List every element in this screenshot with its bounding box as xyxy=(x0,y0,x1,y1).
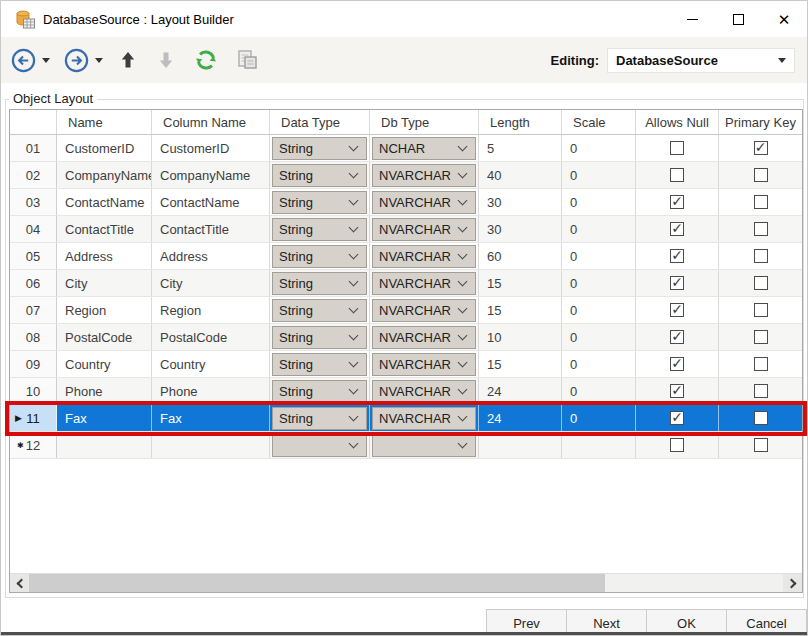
row-header-cell[interactable]: 09 xyxy=(10,351,57,377)
db-type-combobox[interactable]: NVARCHAR xyxy=(372,407,476,430)
move-up-button[interactable] xyxy=(119,50,137,70)
db-type-combobox[interactable]: NCHAR xyxy=(372,137,476,160)
length-cell[interactable]: 60 xyxy=(479,243,562,269)
allows-null-checkbox[interactable] xyxy=(670,195,684,209)
db-type-combobox[interactable]: NVARCHAR xyxy=(372,272,476,295)
name-cell[interactable] xyxy=(57,432,152,458)
scroll-left-button[interactable] xyxy=(10,574,29,592)
allows-null-checkbox[interactable] xyxy=(670,411,684,425)
column-name-cell[interactable] xyxy=(152,432,270,458)
name-cell[interactable]: Fax xyxy=(57,405,152,431)
primary-key-checkbox[interactable] xyxy=(754,276,768,290)
data-type-combobox[interactable]: String xyxy=(272,164,367,187)
scale-cell[interactable]: 0 xyxy=(562,378,636,404)
scale-cell[interactable] xyxy=(562,432,636,458)
maximize-button[interactable] xyxy=(715,1,761,37)
column-name-cell[interactable]: CustomerID xyxy=(152,135,270,161)
row-header-cell[interactable]: 02 xyxy=(10,162,57,188)
primary-key-checkbox[interactable] xyxy=(754,141,768,155)
length-cell[interactable]: 40 xyxy=(479,162,562,188)
data-type-combobox[interactable]: String xyxy=(272,245,367,268)
db-type-combobox[interactable]: NVARCHAR xyxy=(372,380,476,403)
data-type-combobox[interactable]: String xyxy=(272,299,367,322)
primary-key-checkbox[interactable] xyxy=(754,168,768,182)
minimize-button[interactable] xyxy=(669,1,715,37)
length-cell[interactable]: 5 xyxy=(479,135,562,161)
back-dropdown-caret-icon[interactable] xyxy=(42,58,50,63)
name-cell[interactable]: Phone xyxy=(57,378,152,404)
db-type-combobox[interactable]: NVARCHAR xyxy=(372,326,476,349)
scale-cell[interactable]: 0 xyxy=(562,135,636,161)
db-type-combobox[interactable]: NVARCHAR xyxy=(372,299,476,322)
scale-cell[interactable]: 0 xyxy=(562,189,636,215)
length-cell[interactable]: 30 xyxy=(479,216,562,242)
column-name-cell[interactable]: Address xyxy=(152,243,270,269)
column-name-cell[interactable]: Region xyxy=(152,297,270,323)
scale-cell[interactable]: 0 xyxy=(562,162,636,188)
scale-cell[interactable]: 0 xyxy=(562,297,636,323)
column-name-cell[interactable]: Phone xyxy=(152,378,270,404)
row-header-cell[interactable]: 05 xyxy=(10,243,57,269)
forward-dropdown-caret-icon[interactable] xyxy=(95,58,103,63)
length-cell[interactable]: 10 xyxy=(479,324,562,350)
data-type-combobox[interactable]: String xyxy=(272,272,367,295)
move-down-button[interactable] xyxy=(157,50,175,70)
name-cell[interactable]: Country xyxy=(57,351,152,377)
scale-cell[interactable]: 0 xyxy=(562,243,636,269)
data-type-combobox[interactable]: String xyxy=(272,407,367,430)
table-row[interactable]: ▶11FaxFax String NVARCHAR 240 xyxy=(10,405,802,432)
row-header-cell[interactable]: 07 xyxy=(10,297,57,323)
name-cell[interactable]: CompanyName xyxy=(57,162,152,188)
primary-key-checkbox[interactable] xyxy=(754,222,768,236)
scale-cell[interactable]: 0 xyxy=(562,351,636,377)
table-row[interactable]: ✱12 xyxy=(10,432,802,459)
allows-null-checkbox[interactable] xyxy=(670,330,684,344)
table-row[interactable]: 05AddressAddress String NVARCHAR 600 xyxy=(10,243,802,270)
scale-cell[interactable]: 0 xyxy=(562,405,636,431)
name-cell[interactable]: CustomerID xyxy=(57,135,152,161)
row-header-cell[interactable]: ▶11 xyxy=(10,405,57,431)
table-row[interactable]: 07RegionRegion String NVARCHAR 150 xyxy=(10,297,802,324)
column-name-cell[interactable]: Country xyxy=(152,351,270,377)
scale-cell[interactable]: 0 xyxy=(562,324,636,350)
primary-key-checkbox[interactable] xyxy=(754,249,768,263)
length-cell[interactable] xyxy=(479,432,562,458)
paste-layout-button[interactable] xyxy=(235,48,259,72)
table-row[interactable]: 03ContactNameContactName String NVARCHAR… xyxy=(10,189,802,216)
scale-cell[interactable]: 0 xyxy=(562,270,636,296)
length-cell[interactable]: 15 xyxy=(479,351,562,377)
db-type-combobox[interactable]: NVARCHAR xyxy=(372,245,476,268)
length-cell[interactable]: 24 xyxy=(479,378,562,404)
table-row[interactable]: 02CompanyNameCompanyName String NVARCHAR… xyxy=(10,162,802,189)
name-cell[interactable]: ContactName xyxy=(57,189,152,215)
data-type-combobox[interactable]: String xyxy=(272,353,367,376)
data-type-combobox[interactable]: String xyxy=(272,137,367,160)
scale-cell[interactable]: 0 xyxy=(562,216,636,242)
scroll-track[interactable] xyxy=(29,574,783,592)
scroll-thumb[interactable] xyxy=(29,574,605,592)
db-type-combobox[interactable]: NVARCHAR xyxy=(372,353,476,376)
row-header-cell[interactable]: 03 xyxy=(10,189,57,215)
column-name-cell[interactable]: ContactName xyxy=(152,189,270,215)
scroll-right-button[interactable] xyxy=(783,574,802,592)
db-type-combobox[interactable]: NVARCHAR xyxy=(372,218,476,241)
table-row[interactable]: 04ContactTitleContactTitle String NVARCH… xyxy=(10,216,802,243)
db-type-combobox[interactable] xyxy=(372,434,476,457)
allows-null-checkbox[interactable] xyxy=(670,141,684,155)
primary-key-checkbox[interactable] xyxy=(754,384,768,398)
table-row[interactable]: 06CityCity String NVARCHAR 150 xyxy=(10,270,802,297)
length-cell[interactable]: 15 xyxy=(479,270,562,296)
primary-key-checkbox[interactable] xyxy=(754,303,768,317)
length-cell[interactable]: 24 xyxy=(479,405,562,431)
table-row[interactable]: 08PostalCodePostalCode String NVARCHAR 1… xyxy=(10,324,802,351)
data-type-combobox[interactable]: String xyxy=(272,218,367,241)
name-cell[interactable]: ContactTitle xyxy=(57,216,152,242)
allows-null-checkbox[interactable] xyxy=(670,357,684,371)
db-type-combobox[interactable]: NVARCHAR xyxy=(372,164,476,187)
row-header-cell[interactable]: 01 xyxy=(10,135,57,161)
data-type-combobox[interactable]: String xyxy=(272,380,367,403)
primary-key-checkbox[interactable] xyxy=(754,330,768,344)
row-header-cell[interactable]: 06 xyxy=(10,270,57,296)
back-button[interactable] xyxy=(11,48,36,73)
table-row[interactable]: 09CountryCountry String NVARCHAR 150 xyxy=(10,351,802,378)
